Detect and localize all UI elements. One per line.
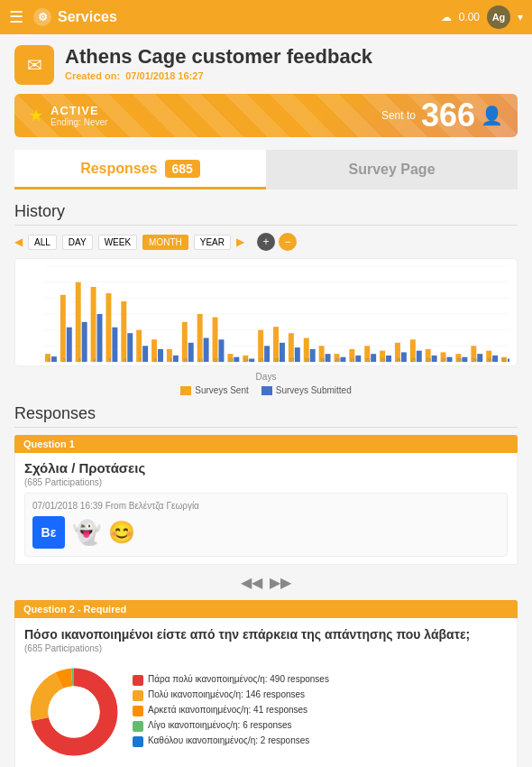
chart-legend: Surveys Sent Surveys Submitted [14, 385, 518, 395]
zoom-out-button[interactable]: − [279, 233, 297, 251]
svg-rect-29 [197, 314, 203, 362]
page-title: Athens Cage customer feedback [65, 45, 372, 69]
avatar-chevron[interactable]: ▾ [518, 11, 523, 23]
svg-rect-15 [91, 287, 96, 362]
person-icon: 👤 [481, 105, 503, 126]
svg-rect-66 [477, 354, 482, 362]
filter-month[interactable]: MONTH [142, 235, 188, 250]
star-icon: ★ [29, 106, 43, 125]
legend-label-2: Αρκετά ικανοποιημένος/η: 41 responses [148, 705, 307, 715]
legend-label-1: Πολύ ικανοποιημένος/η: 146 responses [148, 689, 305, 699]
svg-text:2: 2 [63, 357, 66, 362]
filter-day[interactable]: DAY [62, 235, 93, 250]
legend-item-4: Καθόλου ικανοποιημένος/η: 2 responses [133, 735, 329, 747]
question-2-title: Πόσο ικανοποιημένοι είστε από την επάρκε… [24, 627, 508, 642]
filter-bar: ◀ ALL DAY WEEK MONTH YEAR ▶ + − [14, 233, 518, 251]
responses-badge: 685 [165, 160, 200, 178]
prev-prev-button[interactable]: ◀◀ [241, 574, 262, 591]
legend-sent: Surveys Sent [180, 385, 248, 395]
created-date-value: 07/01/2018 16:27 [125, 70, 203, 81]
tab-responses[interactable]: Responses 685 [14, 150, 266, 189]
smile-icon: 😊 [108, 520, 135, 545]
legend-sent-label: Surveys Sent [195, 385, 248, 395]
question-2-block: Question 2 - Required Πόσο ικανοποιημένο… [14, 600, 518, 767]
svg-rect-13 [76, 282, 81, 362]
legend-label-3: Λίγο ικανοποιημένος/η: 6 responses [148, 720, 292, 730]
svg-text:30: 30 [487, 357, 492, 362]
svg-text:18: 18 [305, 357, 310, 362]
svg-rect-11 [60, 295, 66, 362]
svg-rect-46 [326, 354, 331, 362]
menu-icon[interactable]: ☰ [9, 7, 23, 27]
svg-rect-31 [213, 318, 218, 362]
svg-rect-56 [401, 352, 407, 362]
legend-submitted-label: Surveys Submitted [276, 385, 352, 395]
q2-legend: Πάρα πολύ ικανοποιημένος/η: 490 response… [133, 674, 329, 751]
response-icons: Bε 👻 😊 [32, 516, 500, 549]
sent-group: Sent to 366 👤 [381, 99, 503, 132]
donut-svg [24, 662, 124, 762]
response-meta: 07/01/2018 16:39 From Βελέντζα Γεωργία [32, 501, 500, 511]
donut-chart [24, 662, 124, 762]
filter-arrow-right[interactable]: ▶ [236, 236, 244, 248]
pagination: ◀◀ ▶▶ [14, 574, 518, 591]
active-banner: ★ ACTIVE Ending: Never Sent to 366 👤 [14, 94, 518, 137]
next-next-button[interactable]: ▶▶ [270, 574, 291, 591]
svg-rect-12 [67, 328, 72, 362]
svg-rect-17 [105, 293, 111, 362]
svg-rect-28 [188, 343, 194, 362]
legend-label-0: Πάρα πολύ ικανοποιημένος/η: 490 response… [148, 674, 329, 684]
svg-text:20: 20 [335, 357, 341, 362]
svg-rect-54 [386, 356, 391, 362]
active-status: ACTIVE [50, 104, 107, 117]
legend-item-3: Λίγο ικανοποιημένος/η: 6 responses [133, 720, 329, 732]
tab-bar: Responses 685 Survey Page [14, 150, 518, 189]
svg-rect-64 [462, 357, 467, 362]
svg-text:19: 19 [320, 357, 326, 362]
legend-swatch-1 [133, 690, 143, 701]
question-1-block: Question 1 Σχόλια / Προτάσεις (685 Parti… [14, 435, 518, 565]
question-1-body: Σχόλια / Προτάσεις (685 Participations) … [14, 453, 518, 565]
zoom-in-button[interactable]: + [257, 233, 275, 251]
svg-rect-24 [158, 349, 163, 362]
svg-text:8: 8 [154, 357, 157, 362]
svg-text:22: 22 [365, 357, 371, 362]
svg-text:7: 7 [139, 357, 142, 362]
legend-swatch-2 [133, 706, 143, 716]
svg-rect-42 [295, 347, 300, 362]
history-section: History ◀ ALL DAY WEEK MONTH YEAR ▶ + − … [14, 202, 518, 395]
filter-week[interactable]: WEEK [98, 235, 137, 250]
svg-rect-58 [417, 351, 422, 362]
svg-text:27: 27 [442, 357, 447, 362]
svg-text:25: 25 [411, 357, 417, 362]
legend-submitted: Surveys Submitted [261, 385, 352, 395]
svg-text:4: 4 [94, 357, 96, 362]
avatar[interactable]: Ag [487, 5, 510, 29]
svg-text:⚙: ⚙ [38, 11, 48, 23]
svg-text:15: 15 [259, 357, 264, 362]
legend-swatch-4 [133, 736, 143, 747]
svg-text:17: 17 [289, 357, 295, 362]
filter-year[interactable]: YEAR [194, 235, 231, 250]
tab-responses-label: Responses [80, 161, 157, 177]
sent-count: 366 [421, 99, 475, 132]
legend-submitted-swatch [261, 386, 272, 395]
question-2-body: Πόσο ικανοποιημένοι είστε από την επάρκε… [14, 618, 518, 767]
response-entry: 07/01/2018 16:39 From Βελέντζα Γεωργία B… [24, 493, 508, 557]
svg-rect-36 [249, 358, 254, 362]
tab-survey[interactable]: Survey Page [266, 150, 518, 189]
svg-rect-22 [142, 346, 148, 362]
svg-rect-34 [234, 357, 239, 362]
svg-rect-20 [127, 333, 133, 362]
sent-label: Sent to [381, 109, 416, 122]
tab-survey-label: Survey Page [348, 162, 435, 178]
svg-text:11: 11 [198, 357, 204, 362]
responses-section: Responses Question 1 Σχόλια / Προτάσεις … [14, 404, 518, 767]
filter-arrow-left[interactable]: ◀ [14, 236, 23, 248]
filter-all[interactable]: ALL [28, 235, 57, 250]
svg-rect-50 [355, 356, 361, 362]
ending-label: Ending: Never [50, 117, 107, 127]
created-label: Created on: [65, 70, 120, 81]
app-title: Services [58, 9, 117, 25]
svg-rect-48 [340, 357, 345, 362]
